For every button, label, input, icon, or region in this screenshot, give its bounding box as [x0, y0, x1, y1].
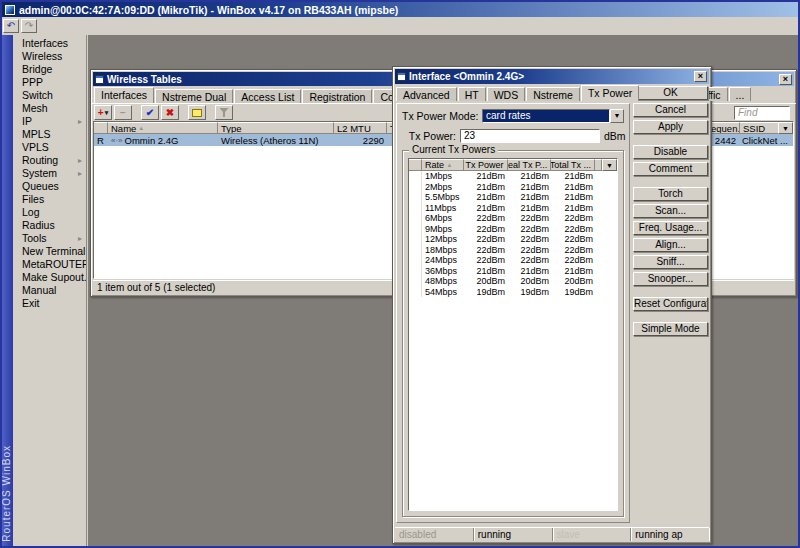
filter-funnel-icon — [220, 108, 229, 117]
sidebar-item-vpls[interactable]: VPLS — [13, 141, 86, 154]
sidebar-item-system[interactable]: System▸ — [13, 167, 86, 180]
redo-button[interactable]: ↷ — [21, 19, 37, 33]
tx-power-mode-select[interactable]: card rates — [482, 109, 610, 123]
l2mtu-column-header[interactable]: L2 MTU — [334, 122, 387, 134]
combo-arrow-button[interactable]: ▼ — [610, 109, 624, 123]
sidebar-item-interfaces[interactable]: Interfaces — [13, 37, 86, 50]
total-tx-cell: 22dBm — [552, 234, 596, 245]
torch-button[interactable]: Torch — [633, 187, 708, 201]
tab-tx-power[interactable]: Tx Power — [581, 85, 639, 101]
rate-cell: 2Mbps — [422, 182, 464, 193]
tab-wds[interactable]: WDS — [487, 87, 526, 101]
tab-ht[interactable]: HT — [458, 87, 486, 101]
sidebar-item-exit[interactable]: Exit — [13, 297, 86, 310]
sidebar-item-make-supout[interactable]: Make Supout.rif — [13, 271, 86, 284]
comment-button[interactable]: Comment — [633, 162, 708, 176]
total-tx-cell: 19dBm — [552, 287, 596, 298]
sidebar-item-radius[interactable]: Radius — [13, 219, 86, 232]
table-row[interactable]: 54Mbps19dBm19dBm19dBm — [409, 287, 617, 298]
column-selector-button[interactable]: ▼ — [778, 122, 793, 134]
undo-button[interactable]: ↶ — [3, 19, 19, 33]
ok-button[interactable]: OK — [633, 86, 708, 100]
table-row[interactable]: 24Mbps22dBm22dBm22dBm — [409, 255, 617, 266]
table-row[interactable]: 6Mbps22dBm22dBm22dBm — [409, 213, 617, 224]
table-row[interactable]: 36Mbps21dBm21dBm21dBm — [409, 266, 617, 277]
remove-button[interactable]: − — [114, 105, 132, 120]
tx-power-column-header[interactable]: Tx Power — [464, 159, 508, 171]
sidebar-item-ppp[interactable]: PPP — [13, 76, 86, 89]
sidebar-item-new-terminal[interactable]: New Terminal — [13, 245, 86, 258]
ssid-column-header[interactable]: SSID — [740, 122, 778, 134]
scan-button[interactable]: Scan... — [633, 204, 708, 218]
sidebar-item-label: Files — [22, 193, 44, 206]
rate-column-header[interactable]: Rate ▲ — [422, 159, 464, 171]
disable-button[interactable]: Disable — [633, 145, 708, 159]
sidebar-item-wireless[interactable]: Wireless — [13, 50, 86, 63]
real-tx-column-header[interactable]: Real Tx P... — [508, 159, 552, 171]
total-tx-column-header[interactable]: Total Tx ... — [551, 159, 595, 171]
sidebar-item-label: Wireless — [22, 50, 62, 63]
enable-button[interactable]: ✔ — [141, 105, 159, 120]
comment-button[interactable] — [188, 105, 206, 120]
simple-mode-button[interactable]: Simple Mode — [633, 322, 708, 336]
frequency-column-header[interactable]: equen... — [708, 122, 740, 134]
tab-advanced[interactable]: Advanced — [396, 87, 457, 101]
real-tx-cell: 22dBm — [508, 224, 552, 235]
total-tx-cell: 20dBm — [552, 276, 596, 287]
sidebar-item-files[interactable]: Files — [13, 193, 86, 206]
sidebar-item-queues[interactable]: Queues — [13, 180, 86, 193]
cancel-button[interactable]: Cancel — [633, 103, 708, 117]
tab-nstreme[interactable]: Nstreme — [526, 87, 580, 101]
tab-overflow[interactable]: ... — [729, 87, 752, 101]
tab-access-list[interactable]: Access List — [234, 89, 301, 103]
sidebar-item-bridge[interactable]: Bridge — [13, 63, 86, 76]
table-row[interactable]: 18Mbps22dBm22dBm22dBm — [409, 245, 617, 256]
close-icon[interactable]: × — [779, 74, 792, 85]
find-input[interactable] — [734, 106, 790, 120]
sidebar-item-mpls[interactable]: MPLS — [13, 128, 86, 141]
table-row[interactable]: 9Mbps22dBm22dBm22dBm — [409, 224, 617, 235]
tx-power-input[interactable] — [460, 129, 600, 143]
table-row[interactable]: 1Mbps21dBm21dBm21dBm — [409, 171, 617, 182]
align-button[interactable]: Align... — [633, 238, 708, 252]
flag-column-header[interactable] — [94, 122, 108, 134]
table-row[interactable]: 2Mbps21dBm21dBm21dBm — [409, 182, 617, 193]
tx-powers-table[interactable]: Rate ▲ Tx Power Real Tx P... Total Tx ..… — [408, 158, 618, 511]
apply-button[interactable]: Apply — [633, 120, 708, 134]
tab-interfaces[interactable]: Interfaces — [94, 87, 154, 103]
sidebar-item-ip[interactable]: IP▸ — [13, 115, 86, 128]
sidebar-item-label: Bridge — [22, 63, 52, 76]
table-row[interactable]: 5.5Mbps21dBm21dBm21dBm — [409, 192, 617, 203]
disable-cross-icon: ✖ — [166, 107, 174, 118]
reset-configuration-button[interactable]: Reset Configuration — [633, 297, 708, 311]
wireless-tables-title: Wireless Tables — [107, 74, 182, 85]
disable-button[interactable]: ✖ — [161, 105, 179, 120]
table-row[interactable]: 12Mbps22dBm22dBm22dBm — [409, 234, 617, 245]
filter-button[interactable] — [215, 105, 233, 120]
tab-registration[interactable]: Registration — [302, 89, 372, 103]
tx-power-cell: 22dBm — [464, 255, 508, 266]
snooper-button[interactable]: Snooper... — [633, 272, 708, 286]
sidebar-item-manual[interactable]: Manual — [13, 284, 86, 297]
column-label: Real Tx P... — [508, 160, 548, 170]
table-row[interactable]: 48Mbps20dBm20dBm20dBm — [409, 276, 617, 287]
sidebar-item-metarouter[interactable]: MetaROUTER — [13, 258, 86, 271]
sidebar-item-routing[interactable]: Routing▸ — [13, 154, 86, 167]
sidebar-item-log[interactable]: Log — [13, 206, 86, 219]
sidebar-item-label: Manual — [22, 284, 56, 297]
sidebar-item-tools[interactable]: Tools▸ — [13, 232, 86, 245]
column-selector-button[interactable]: ▼ — [602, 159, 617, 171]
table-row[interactable]: 11Mbps21dBm21dBm21dBm — [409, 203, 617, 214]
sidebar-item-mesh[interactable]: Mesh — [13, 102, 86, 115]
tab-nstreme-dual[interactable]: Nstreme Dual — [155, 89, 233, 103]
add-button[interactable]: +▾ — [94, 105, 112, 120]
close-icon[interactable]: × — [694, 71, 707, 82]
sidebar-item-switch[interactable]: Switch — [13, 89, 86, 102]
interface-dialog-titlebar[interactable]: Interface <Ommin 2.4G> × — [395, 69, 709, 84]
column-label: Tx Power — [466, 160, 504, 170]
freq-usage-button[interactable]: Freq. Usage... — [633, 221, 708, 235]
name-column-header[interactable]: Name▲ — [108, 122, 218, 134]
sniff-button[interactable]: Sniff... — [633, 255, 708, 269]
type-column-header[interactable]: Type — [218, 122, 334, 134]
redo-icon: ↷ — [25, 20, 33, 31]
